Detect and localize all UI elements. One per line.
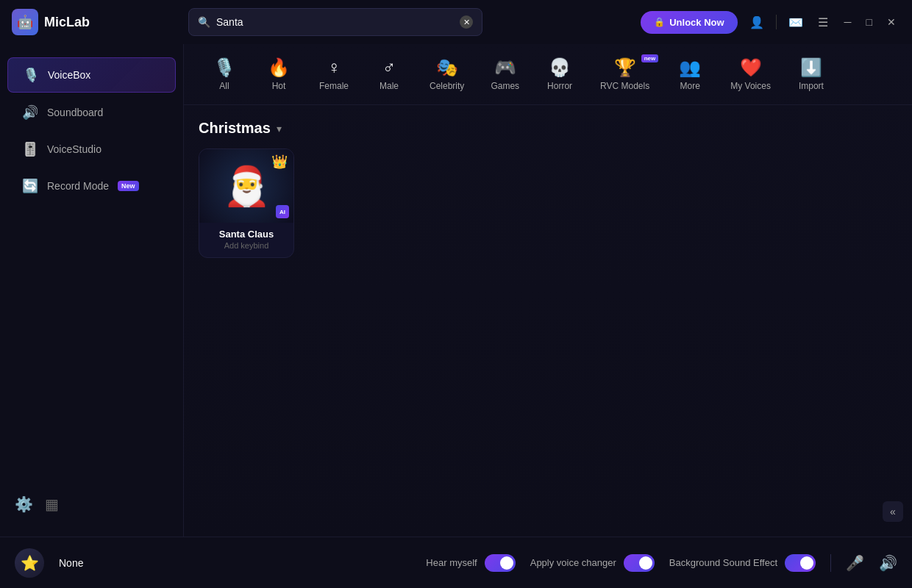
window-controls: ─ □ ✕ [840, 13, 900, 31]
logo-area: 🤖 MicLab [12, 9, 188, 35]
voice-content: Christmas ▾ 🎅 👑 AI Santa Claus Add keybi… [184, 105, 912, 537]
maximize-button[interactable]: □ [862, 13, 877, 31]
search-clear-button[interactable]: ✕ [460, 15, 473, 29]
tab-hot[interactable]: 🔥 Hot [253, 51, 304, 97]
divider-bottom [830, 554, 831, 572]
hear-myself-label: Hear myself [426, 557, 477, 568]
games-label: Games [491, 81, 519, 91]
import-label: Import [799, 81, 824, 91]
bottom-controls: Hear myself Apply voice changer Backgrou… [426, 554, 897, 572]
soundboard-label: Soundboard [47, 107, 103, 118]
lock-icon: 🔒 [654, 17, 665, 27]
female-icon: ♀ [327, 57, 341, 78]
bg-sound-label: Background Sound Effect [669, 557, 777, 568]
celebrity-label: Celebrity [430, 81, 464, 91]
hot-icon: 🔥 [268, 57, 290, 78]
sidebar-item-voicestudio[interactable]: 🎚️ VoiceStudio [7, 132, 176, 166]
section-header: Christmas ▾ [199, 120, 897, 137]
menu-button[interactable]: ☰ [815, 12, 831, 32]
tab-male[interactable]: ♂ Male [363, 51, 415, 97]
more-icon: 👥 [679, 57, 701, 78]
apply-voice-group: Apply voice changer [530, 554, 655, 572]
crown-icon: 👑 [271, 154, 288, 170]
main-layout: 🎙️ VoiceBox 🔊 Soundboard 🎚️ VoiceStudio … [0, 44, 912, 537]
voice-name: Santa Claus [205, 229, 288, 240]
tab-more[interactable]: 👥 More [664, 51, 716, 97]
profile-button[interactable]: 👤 [747, 12, 767, 32]
tab-horror[interactable]: 💀 Horror [534, 51, 585, 97]
unlock-now-button[interactable]: 🔒 Unlock Now [641, 11, 737, 34]
tab-female[interactable]: ♀ Female [307, 51, 360, 97]
myvoices-icon: ❤️ [740, 57, 762, 78]
voicestudio-label: VoiceStudio [47, 143, 101, 155]
search-bar[interactable]: 🔍 ✕ [188, 8, 482, 36]
bottom-bar: ⭐ None Hear myself Apply voice changer B… [0, 537, 912, 588]
mail-button[interactable]: ✉️ [785, 12, 806, 32]
recordmode-icon: 🔄 [22, 178, 38, 194]
male-label: Male [380, 81, 399, 91]
sidebar-item-soundboard[interactable]: 🔊 Soundboard [7, 96, 176, 129]
sidebar-bottom: ⚙️ ▦ [0, 484, 183, 525]
bg-sound-group: Background Sound Effect [669, 554, 816, 572]
voice-card-santa[interactable]: 🎅 👑 AI Santa Claus Add keybind [199, 148, 294, 258]
soundboard-icon: 🔊 [22, 104, 38, 121]
myvoices-label: My Voices [730, 81, 771, 91]
sidebar-item-voicebox[interactable]: 🎙️ VoiceBox [7, 57, 176, 93]
hot-label: Hot [272, 81, 286, 91]
all-label: All [219, 81, 229, 91]
hear-myself-toggle[interactable] [485, 554, 516, 572]
current-voice-name: None [59, 557, 83, 569]
tab-celebrity[interactable]: 🎭 Celebrity [418, 51, 476, 97]
search-input[interactable] [216, 16, 454, 28]
search-icon: 🔍 [198, 16, 210, 28]
horror-icon: 💀 [549, 57, 571, 78]
voicebox-icon: 🎙️ [23, 67, 39, 83]
settings-button[interactable]: ⚙️ [15, 495, 33, 513]
bg-sound-toggle[interactable] [785, 554, 816, 572]
tab-rvcmodels[interactable]: new 🏆 RVC Models [588, 51, 661, 97]
tab-all[interactable]: 🎙️ All [199, 51, 250, 97]
section-chevron[interactable]: ▾ [277, 123, 282, 135]
microphone-button[interactable]: 🎤 [846, 554, 864, 572]
sidebar: 🎙️ VoiceBox 🔊 Soundboard 🎚️ VoiceStudio … [0, 44, 184, 537]
rvcmodels-icon: 🏆 [614, 57, 636, 78]
voicebox-label: VoiceBox [48, 69, 90, 81]
apply-voice-label: Apply voice changer [530, 557, 616, 568]
hear-myself-group: Hear myself [426, 554, 515, 572]
logo-emoji: 🤖 [17, 14, 33, 30]
celebrity-icon: 🎭 [436, 57, 458, 78]
divider [776, 15, 777, 29]
male-icon: ♂ [382, 57, 396, 78]
ai-badge: AI [276, 205, 289, 218]
content-area: 🎙️ All 🔥 Hot ♀ Female ♂ Male 🎭 Celebrity… [184, 44, 912, 537]
more-label: More [680, 81, 700, 91]
voice-avatar: ⭐ [15, 548, 44, 578]
voicestudio-icon: 🎚️ [22, 141, 38, 157]
tab-import[interactable]: ⬇️ Import [785, 51, 837, 97]
card-info: Santa Claus Add keybind [199, 223, 293, 257]
horror-label: Horror [547, 81, 572, 91]
minimize-button[interactable]: ─ [840, 13, 856, 31]
recordmode-label: Record Mode [47, 180, 109, 192]
sidebar-item-recordmode[interactable]: 🔄 Record Mode New [7, 169, 176, 203]
games-icon: 🎮 [494, 57, 516, 78]
apply-voice-toggle[interactable] [624, 554, 655, 572]
tab-myvoices[interactable]: ❤️ My Voices [719, 51, 783, 97]
card-image: 🎅 👑 AI [199, 149, 293, 223]
category-tabs: 🎙️ All 🔥 Hot ♀ Female ♂ Male 🎭 Celebrity… [184, 44, 912, 105]
collapse-panel-button[interactable]: « [883, 501, 903, 522]
voice-keybind[interactable]: Add keybind [205, 241, 288, 250]
section-title: Christmas [199, 120, 271, 137]
all-icon: 🎙️ [213, 57, 235, 78]
rvc-new-tag: new [641, 54, 659, 62]
unlock-label: Unlock Now [669, 17, 724, 28]
close-button[interactable]: ✕ [883, 13, 900, 31]
voice-avatar-icon: ⭐ [21, 554, 39, 572]
tab-games[interactable]: 🎮 Games [479, 51, 531, 97]
layout-button[interactable]: ▦ [45, 495, 59, 513]
app-title: MicLab [44, 15, 90, 30]
import-icon: ⬇️ [800, 57, 822, 78]
title-bar: 🤖 MicLab 🔍 ✕ 🔒 Unlock Now 👤 ✉️ ☰ ─ □ ✕ [0, 0, 912, 44]
volume-button[interactable]: 🔊 [879, 554, 897, 572]
voice-grid: 🎅 👑 AI Santa Claus Add keybind [199, 148, 897, 258]
